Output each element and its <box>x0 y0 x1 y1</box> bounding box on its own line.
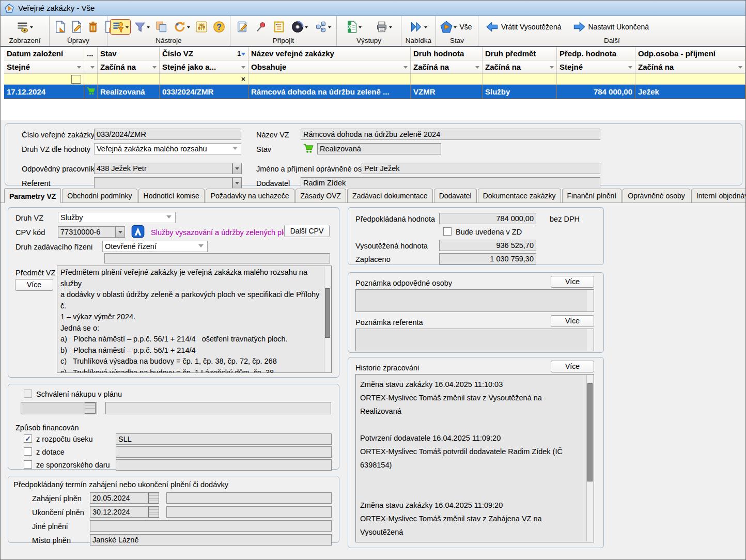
lookup-button[interactable] <box>116 226 125 238</box>
z-rozpoctu-useku-checkbox[interactable]: ✓ <box>24 434 32 443</box>
poznamka-ref-vice-button[interactable]: Více <box>551 315 594 327</box>
tab-dodavatel[interactable]: Dodavatel <box>434 189 477 203</box>
filter-input-odp-osoba[interactable] <box>635 74 745 85</box>
column-header-icon[interactable]: ... <box>84 47 98 60</box>
filter-input-datum[interactable] <box>4 74 84 85</box>
jine-plneni-field[interactable] <box>90 520 332 532</box>
cpv-kod-field[interactable]: 77310000-6 <box>58 226 116 238</box>
help-button[interactable]: ? <box>211 20 227 34</box>
print-button[interactable] <box>374 20 394 34</box>
tab-parametry-vz[interactable]: Parametry VZ <box>4 188 61 203</box>
view-selector-button[interactable] <box>15 20 35 34</box>
predpokladana-hodnota-field[interactable]: 784 000,00 <box>439 213 536 224</box>
referent-field[interactable] <box>94 177 232 189</box>
edit-record-button[interactable] <box>69 20 84 34</box>
filter-type-nazev[interactable]: Obsahuje <box>248 60 411 74</box>
note-button[interactable] <box>235 20 250 34</box>
predmet-vice-button[interactable]: Více <box>15 279 53 291</box>
cpv-catalog-icon[interactable] <box>131 225 145 240</box>
quick-filter-button[interactable] <box>111 20 130 34</box>
column-header-druh-hodnota[interactable]: Druh hodnota <box>411 47 483 60</box>
bude-uvedena-v-zd-checkbox[interactable] <box>443 227 452 236</box>
poznamka-ref-textarea[interactable] <box>355 329 594 351</box>
filter-input-stav[interactable] <box>98 74 160 85</box>
scrollbar-thumb[interactable] <box>587 383 593 481</box>
calendar-icon[interactable] <box>148 506 159 518</box>
table-row-selected[interactable]: 17.12.2024 Realizovaná 033/2024/ZMR Rámc… <box>4 85 745 99</box>
approval-desc-field[interactable] <box>105 402 331 414</box>
filter-type-datum[interactable]: Stejné <box>4 60 84 74</box>
druh-vz-select[interactable]: Služby <box>58 212 176 223</box>
tab-dokumentace-zakazky[interactable]: Dokumentace zakázky <box>478 189 561 203</box>
filter-input-cislo[interactable]: × <box>160 74 248 85</box>
rizeni-extra-field[interactable] <box>104 253 330 263</box>
column-header-predp-hodnota[interactable]: Předp. hodnota <box>557 47 635 60</box>
disc-button[interactable] <box>290 20 309 34</box>
filter-type-druh-hodnota[interactable]: Začíná na <box>411 60 483 74</box>
zaplaceno-field[interactable]: 1 030 759,30 <box>439 253 536 265</box>
stav-field[interactable]: Realizovaná <box>317 143 441 154</box>
filter-input-druh-predmet[interactable] <box>483 74 557 85</box>
links-button[interactable] <box>313 20 333 34</box>
tab-zasady-ovz[interactable]: Zásady OVZ <box>296 189 347 203</box>
menu-forward-button[interactable] <box>408 20 429 34</box>
filter-input-icon[interactable] <box>84 74 98 85</box>
scrollbar[interactable] <box>586 375 593 541</box>
z-dotace-checkbox[interactable] <box>24 447 32 456</box>
filter-type-predp-hodnota[interactable]: Stejné <box>557 60 635 74</box>
calendar-icon[interactable] <box>148 492 159 504</box>
column-header-nazev[interactable]: Název veřejné zakázky <box>248 47 411 60</box>
tab-pozadavky-na-uchazece[interactable]: Požadavky na uchazeče <box>206 189 294 203</box>
filter-type-druh-predmet[interactable]: Začíná na <box>483 60 557 74</box>
dalsi-cpv-button[interactable]: Další CPV <box>284 225 330 237</box>
delete-record-button[interactable] <box>86 20 100 34</box>
ukonceni-extra-field[interactable] <box>166 506 332 518</box>
odpovedny-pracovnik-field[interactable]: 438 Ježek Petr <box>94 163 232 174</box>
filter-type-odp-osoba[interactable]: Začíná na <box>635 60 745 74</box>
column-header-odp-osoba[interactable]: Odp.osoba - příjmení <box>635 47 745 60</box>
lookup-button[interactable] <box>232 163 242 174</box>
calendar-icon[interactable] <box>85 402 96 414</box>
historie-vice-button[interactable]: Více <box>551 361 594 372</box>
tab-opravnene-osoby[interactable]: Oprávněné osoby <box>623 189 690 203</box>
zahajeni-extra-field[interactable] <box>166 492 332 504</box>
filter-input-druh-hodnota[interactable] <box>411 74 483 85</box>
settings-button[interactable] <box>194 20 209 34</box>
tab-hodnotici-komise[interactable]: Hodnotící komise <box>138 189 205 203</box>
status-button[interactable]: Vše <box>439 20 475 34</box>
refresh-button[interactable] <box>172 20 192 34</box>
lookup-button[interactable] <box>232 177 242 189</box>
filter-input-predp-hodnota[interactable] <box>557 74 635 85</box>
nazev-vz-field[interactable]: Rámcová dohoda na údržbu zeleně 2024 <box>301 129 600 140</box>
filter-type-stav[interactable]: Začíná na <box>98 60 160 74</box>
tab-obchodni-podminky[interactable]: Obchodní podmínky <box>62 189 137 203</box>
filter-button[interactable] <box>133 20 151 34</box>
tab-zadavaci-dokumentace[interactable]: Zadávací dokumentace <box>347 189 433 203</box>
tasklist-button[interactable] <box>272 20 286 34</box>
cpv-description-link[interactable]: Služby vysazování a údržby zelených plo.… <box>151 228 291 237</box>
column-header-datum[interactable]: Datum založení <box>4 47 84 60</box>
druh-vz-dle-hodnoty-select[interactable]: Veřejná zakázka malého rozsahu <box>94 143 241 154</box>
misto-plneni-field[interactable]: Janské Lázně <box>90 534 332 546</box>
tab-financni-plneni[interactable]: Finanční plnění <box>562 189 622 203</box>
column-header-stav[interactable]: Stav <box>98 47 160 60</box>
column-header-cislo[interactable]: Číslo VZ1 <box>160 47 248 60</box>
vysoutezena-hodnota-field[interactable]: 936 525,70 <box>439 240 536 251</box>
scrollbar-thumb[interactable] <box>325 288 330 338</box>
dodavatel-field[interactable]: Radim Zídek <box>301 177 600 189</box>
clear-filter-icon[interactable]: × <box>241 75 245 83</box>
sponzorsky-dar-field[interactable] <box>116 459 332 471</box>
dotace-field[interactable] <box>116 446 332 458</box>
schvaleni-nakupu-checkbox[interactable] <box>24 390 32 398</box>
calendar-icon[interactable] <box>71 75 81 84</box>
filter-input-nazev[interactable] <box>248 74 411 85</box>
ze-sponzorskeho-daru-checkbox[interactable] <box>24 460 32 469</box>
historie-textarea[interactable]: Změna stavu zakázky 16.04.2025 11:10:03 … <box>355 374 594 542</box>
rozpocet-useku-field[interactable]: SLL <box>116 433 332 445</box>
filter-type-icon[interactable] <box>84 60 98 74</box>
vratit-vysoutezena-button[interactable]: Vrátit Vysoutěžená <box>485 20 564 34</box>
filter-type-cislo[interactable]: Stejné jako a... <box>160 60 248 74</box>
ukonceni-plneni-field[interactable]: 30.12.2024 <box>90 506 148 518</box>
column-header-druh-predmet[interactable]: Druh předmět <box>483 47 557 60</box>
merge-button[interactable] <box>154 20 169 34</box>
